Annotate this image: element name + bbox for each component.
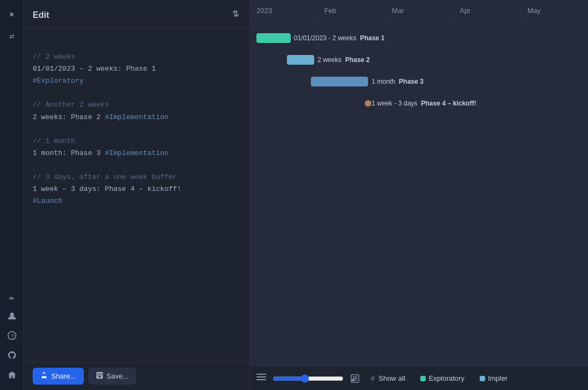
help-button[interactable]: ? (3, 328, 21, 345)
share-label: Share... (51, 372, 76, 380)
gantt-bar-phase2[interactable] (287, 55, 314, 65)
gantt-row-phase2: 2 weeks Phase 2 (250, 49, 588, 71)
comment-line-7: // 3 days, after a one week buffer (33, 173, 177, 181)
help-icon: ? (7, 331, 17, 343)
svg-point-0 (10, 312, 14, 316)
editor-body[interactable]: // 2 weeks 01/01/2023 – 2 weeks: Phase 1… (24, 28, 249, 362)
gantt-month-may: May (521, 0, 588, 21)
implementation-dot (480, 376, 485, 381)
gantt-body: 01/01/2023 - 2 weeks Phase 1 2 weeks Pha… (250, 22, 588, 366)
swap-icon: ⇄ (9, 31, 14, 41)
github-icon (7, 350, 17, 363)
save-label: Save... (107, 372, 128, 380)
hash-icon: # (371, 374, 375, 382)
share-icon (40, 372, 48, 381)
comment-line-3: // Another 2 weeks (33, 101, 109, 109)
home-icon (7, 370, 17, 382)
gantt-row-phase1: 01/01/2023 - 2 weeks Phase 1 (250, 27, 588, 49)
filter-icon[interactable] (350, 374, 360, 383)
svg-rect-8 (256, 374, 266, 375)
gantt-label-phase3: 1 month Phase 3 (372, 78, 424, 85)
gantt-bar-phase1[interactable] (256, 33, 290, 43)
save-icon (96, 372, 103, 381)
gantt-row-phase3: 1 month Phase 3 (250, 71, 588, 92)
github-button[interactable] (3, 348, 21, 365)
comment-line-1: // 2 weeks (33, 53, 75, 61)
svg-text:?: ? (10, 333, 14, 339)
exploratory-label: Exploratory (428, 374, 464, 382)
code-line-8: 1 week – 3 days: Phase 4 – kickoff! (33, 185, 181, 193)
editor-panel: Edit // 2 weeks 01/01/2023 – 2 weeks: Ph… (24, 0, 250, 390)
close-icon: ✕ (9, 9, 14, 20)
gantt-month-apr: Apr (453, 0, 520, 21)
tag-impl-1: #Implementation (105, 113, 169, 121)
exploratory-filter[interactable]: Exploratory (416, 372, 469, 385)
gantt-bar-phase3[interactable] (311, 77, 369, 86)
gantt-label-phase4: 1 week - 3 days Phase 4 – kickoff! (372, 100, 476, 107)
gantt-month-feb: Feb (317, 0, 385, 21)
user-icon (7, 311, 17, 324)
code-line-6: 1 month: Phase 3 (33, 149, 105, 157)
show-all-filter[interactable]: # Show all (366, 372, 409, 385)
editor-footer: Share... Save... (24, 362, 249, 390)
swap-button[interactable]: ⇄ (3, 27, 21, 45)
svg-point-14 (352, 379, 354, 381)
gantt-footer: # Show all Exploratory Impler (250, 366, 588, 390)
gantt-panel: 2023 Feb Mar Apr May 01/01/2023 - 2 week… (250, 0, 588, 390)
svg-rect-6 (98, 373, 101, 375)
gantt-month-2023: 2023 (250, 0, 317, 21)
gantt-month-mar: Mar (385, 0, 453, 21)
gantt-header: 2023 Feb Mar Apr May (250, 0, 588, 22)
user-button[interactable] (3, 308, 21, 326)
svg-rect-9 (256, 376, 266, 377)
code-line-4: 2 weeks: Phase 2 (33, 113, 105, 121)
show-all-label: Show all (378, 374, 405, 382)
editor-swap-button[interactable] (231, 9, 241, 21)
implementation-label: Impler (488, 374, 507, 382)
svg-rect-7 (97, 376, 101, 378)
code-line-2: 01/01/2023 – 2 weeks: Phase 1 (33, 65, 156, 73)
implementation-filter[interactable]: Impler (475, 372, 512, 385)
gantt-label-phase1: 01/01/2023 - 2 weeks Phase 1 (294, 34, 385, 42)
icon-rail: ✕ ⇄ ✏ ? (0, 0, 24, 390)
edit-button[interactable]: ✏ (3, 289, 21, 306)
gantt-label-phase2: 2 weeks Phase 2 (317, 56, 370, 64)
home-button[interactable] (3, 367, 21, 385)
edit-icon: ✏ (9, 293, 14, 303)
tag-launch: #Launch (33, 197, 63, 205)
gantt-dot-phase4[interactable] (365, 100, 371, 107)
comment-line-5: // 1 month (33, 137, 75, 145)
zoom-slider[interactable] (273, 374, 344, 383)
save-button[interactable]: Save... (88, 368, 136, 385)
editor-title: Edit (33, 10, 49, 20)
exploratory-dot (420, 376, 426, 381)
share-button[interactable]: Share... (33, 368, 84, 385)
gantt-row-phase4: 1 week - 3 days Phase 4 – kickoff! (250, 92, 588, 114)
hamburger-icon[interactable] (256, 372, 266, 385)
close-button[interactable]: ✕ (3, 5, 21, 23)
editor-header: Edit (24, 0, 249, 28)
tag-impl-2: #Implementation (105, 149, 169, 157)
svg-rect-10 (256, 379, 266, 380)
tag-exploratory: #Exploratory (33, 77, 84, 85)
